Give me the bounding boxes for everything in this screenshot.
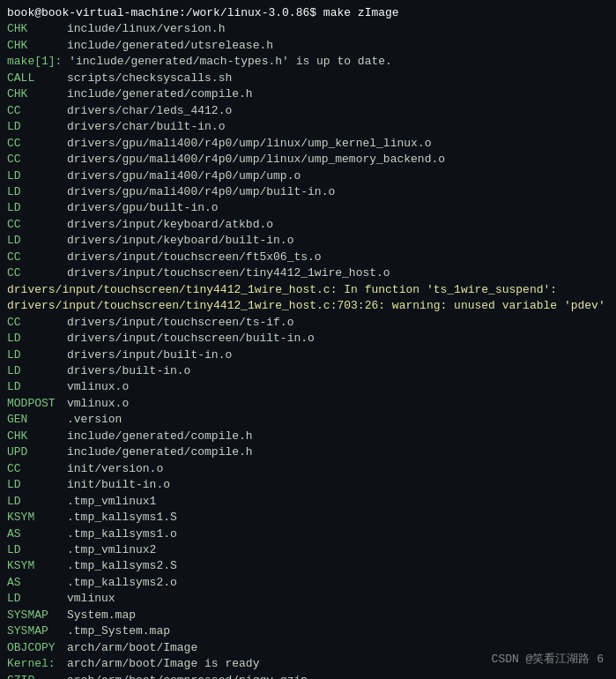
cmd-label: CC	[7, 315, 67, 331]
cmd-label: CC	[7, 461, 67, 477]
terminal-line: LDvmlinux.o	[7, 379, 609, 395]
cmd-path: drivers/gpu/mali400/r4p0/ump/linux/ump_k…	[67, 136, 431, 152]
cmd-label: CC	[7, 103, 67, 119]
terminal-line: LDinit/built-in.o	[7, 477, 609, 493]
terminal-line: KSYM.tmp_kallsyms1.S	[7, 510, 609, 526]
cmd-path: drivers/gpu/mali400/r4p0/ump/ump.o	[67, 168, 301, 184]
cmd-label: LD	[7, 119, 67, 135]
cmd-path: drivers/input/touchscreen/ts-if.o	[67, 315, 293, 331]
cmd-label: KSYM	[7, 510, 67, 526]
terminal-line: AS.tmp_kallsyms1.o	[7, 526, 609, 542]
cmd-label: LD	[7, 331, 67, 347]
terminal-line: CCdrivers/input/keyboard/atkbd.o	[7, 217, 609, 233]
cmd-path: drivers/gpu/built-in.o	[67, 200, 219, 216]
prompt-text: book@book-virtual-machine:/work/linux-3.…	[7, 5, 399, 21]
cmd-label: LD	[7, 379, 67, 395]
terminal-line: LD.tmp_vmlinux1	[7, 494, 609, 510]
terminal-line: LDdrivers/gpu/built-in.o	[7, 200, 609, 216]
cmd-label: SYSMAP	[7, 623, 67, 639]
terminal-line: CHKinclude/generated/compile.h	[7, 429, 609, 444]
terminal-window: book@book-virtual-machine:/work/linux-3.…	[0, 0, 616, 679]
cmd-label: CC	[7, 250, 67, 265]
terminal-line: CCdrivers/gpu/mali400/r4p0/ump/linux/ump…	[7, 152, 609, 168]
cmd-label: LD	[7, 494, 67, 510]
cmd-label: CC	[7, 217, 67, 233]
cmd-label: AS	[7, 526, 67, 542]
cmd-path: drivers/built-in.o	[67, 363, 190, 379]
cmd-path: arch/arm/boot/Image is ready	[67, 656, 259, 672]
cmd-label: GEN	[7, 412, 67, 428]
cmd-path: .tmp_kallsyms1.o	[67, 526, 177, 542]
terminal-line: MODPOSTvmlinux.o	[7, 396, 609, 412]
cmd-path: drivers/gpu/mali400/r4p0/ump/built-in.o	[67, 184, 335, 200]
warning-text: drivers/input/touchscreen/tiny4412_1wire…	[7, 282, 557, 298]
cmd-path: init/built-in.o	[67, 477, 170, 493]
terminal-line: KSYM.tmp_kallsyms2.S	[7, 558, 609, 574]
cmd-label: GZIP	[7, 673, 67, 679]
terminal-line: CCdrivers/input/touchscreen/ts-if.o	[7, 315, 609, 331]
cmd-label: LD	[7, 200, 67, 216]
cmd-label: LD	[7, 591, 67, 607]
cmd-path: arch/arm/boot/compressed/piggy.gzip	[67, 673, 308, 679]
cmd-label: MODPOST	[7, 396, 67, 412]
cmd-label: SYSMAP	[7, 608, 67, 623]
watermark: CSDN @笑看江湖路 6	[492, 651, 604, 667]
cmd-path: System.map	[67, 608, 136, 623]
cmd-label: LD	[7, 363, 67, 379]
cmd-label: LD	[7, 184, 67, 200]
cmd-path: .tmp_kallsyms2.S	[67, 558, 177, 574]
terminal-line: CALLscripts/checksyscalls.sh	[7, 71, 609, 86]
terminal-line: CCdrivers/char/leds_4412.o	[7, 103, 609, 119]
cmd-path: include/generated/utsrelease.h	[67, 38, 273, 54]
cmd-label: LD	[7, 233, 67, 249]
terminal-line: make[1]: 'include/generated/mach-types.h…	[7, 54, 609, 70]
cmd-label: CALL	[7, 71, 67, 86]
cmd-label: Kernel:	[7, 656, 67, 672]
cmd-label: make[1]:	[7, 54, 69, 70]
cmd-path: drivers/input/keyboard/built-in.o	[67, 233, 293, 249]
cmd-label: CHK	[7, 38, 67, 54]
terminal-line: CCdrivers/input/touchscreen/tiny4412_1wi…	[7, 265, 609, 281]
terminal-line: LD.tmp_vmlinux2	[7, 542, 609, 558]
cmd-label: CHK	[7, 21, 67, 37]
cmd-label: LD	[7, 477, 67, 493]
cmd-path: drivers/input/touchscreen/built-in.o	[67, 331, 315, 347]
prompt-line: book@book-virtual-machine:/work/linux-3.…	[7, 5, 609, 21]
cmd-path: drivers/input/touchscreen/ft5x06_ts.o	[67, 250, 322, 265]
cmd-path: init/version.o	[67, 461, 163, 477]
cmd-path: drivers/input/built-in.o	[67, 347, 232, 363]
terminal-line: LDvmlinux	[7, 591, 609, 607]
cmd-path: include/generated/compile.h	[67, 444, 253, 460]
cmd-path: vmlinux.o	[67, 396, 129, 412]
cmd-label: CHK	[7, 86, 67, 102]
cmd-label: KSYM	[7, 558, 67, 574]
cmd-path: 'include/generated/mach-types.h' is up t…	[69, 54, 392, 70]
cmd-path: include/generated/compile.h	[67, 86, 253, 102]
terminal-line: LDdrivers/input/keyboard/built-in.o	[7, 233, 609, 249]
cmd-label: CC	[7, 265, 67, 281]
cmd-label: AS	[7, 575, 67, 591]
terminal-line: GEN.version	[7, 412, 609, 428]
cmd-path: .tmp_vmlinux1	[67, 494, 156, 510]
cmd-path: scripts/checksyscalls.sh	[67, 71, 232, 86]
cmd-label: CC	[7, 152, 67, 168]
terminal-line: LDdrivers/built-in.o	[7, 363, 609, 379]
cmd-path: drivers/input/touchscreen/tiny4412_1wire…	[67, 265, 390, 281]
terminal-line: CCdrivers/input/touchscreen/ft5x06_ts.o	[7, 250, 609, 265]
terminal-output: CHKinclude/linux/version.hCHKinclude/gen…	[7, 21, 609, 679]
terminal-line: drivers/input/touchscreen/tiny4412_1wire…	[7, 298, 609, 314]
cmd-label: CC	[7, 136, 67, 152]
cmd-label: OBJCOPY	[7, 640, 67, 656]
cmd-path: drivers/gpu/mali400/r4p0/ump/linux/ump_m…	[67, 152, 445, 168]
cmd-label: LD	[7, 542, 67, 558]
terminal-line: CHKinclude/generated/utsrelease.h	[7, 38, 609, 54]
cmd-path: .version	[67, 412, 122, 428]
terminal-line: SYSMAPSystem.map	[7, 608, 609, 623]
cmd-label: UPD	[7, 444, 67, 460]
terminal-line: LDdrivers/gpu/mali400/r4p0/ump/ump.o	[7, 168, 609, 184]
terminal-line: drivers/input/touchscreen/tiny4412_1wire…	[7, 282, 609, 298]
terminal-line: LDdrivers/char/built-in.o	[7, 119, 609, 135]
cmd-path: drivers/char/leds_4412.o	[67, 103, 232, 119]
terminal-line: CCdrivers/gpu/mali400/r4p0/ump/linux/ump…	[7, 136, 609, 152]
cmd-label: CHK	[7, 429, 67, 444]
